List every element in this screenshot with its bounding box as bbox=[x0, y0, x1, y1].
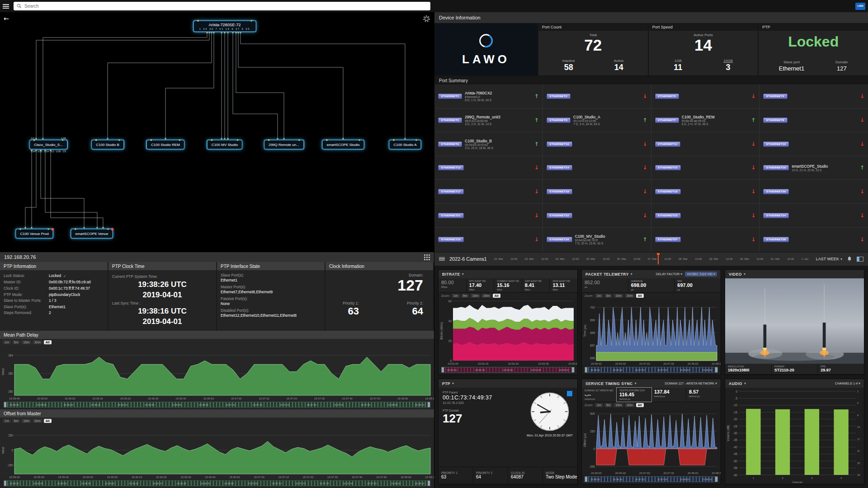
port-badge[interactable]: ETHERNET6 bbox=[547, 117, 571, 123]
topology-node[interactable]: C100 Studio REM bbox=[146, 140, 184, 150]
topology-node[interactable]: C100 Venue Prod bbox=[15, 229, 53, 239]
port-badge[interactable]: ETHERNET5 bbox=[438, 117, 462, 123]
search-bar[interactable] bbox=[14, 2, 430, 10]
channels-dropdown[interactable]: CHANNELS 1-4 ▾ bbox=[835, 381, 860, 385]
port-badge[interactable]: ETHERNET15 bbox=[655, 165, 681, 170]
nav-handle[interactable] bbox=[442, 367, 444, 372]
topology-node[interactable]: Cisco_Studio_S...1/21/481/341/331/241/11… bbox=[29, 140, 67, 150]
port-badge[interactable]: ETHERNET24 bbox=[763, 213, 789, 218]
port-badge[interactable]: ETHERNET12 bbox=[763, 141, 789, 147]
back-button[interactable]: ← bbox=[4, 15, 9, 22]
topology-node[interactable]: C100 Studio B bbox=[91, 140, 124, 150]
zoom-chip-all[interactable]: All bbox=[44, 340, 52, 344]
zoom-chip-5m[interactable]: 5m bbox=[12, 419, 20, 423]
settings-gear-icon[interactable] bbox=[423, 15, 430, 23]
search-input[interactable] bbox=[24, 4, 427, 9]
port-badge[interactable]: ETHERNET23 bbox=[655, 213, 681, 218]
nav-handle[interactable] bbox=[585, 477, 587, 482]
menu-icon[interactable] bbox=[3, 3, 10, 9]
zoom-chip-30m[interactable]: 30m bbox=[625, 294, 635, 298]
port-badge[interactable]: ETHERNET21 bbox=[438, 213, 464, 218]
port-badge[interactable]: ETHERNET25 bbox=[438, 237, 464, 242]
port-badge[interactable]: ETHERNET11 bbox=[655, 141, 681, 147]
offset-from-master-navigator[interactable]: 15:35:2015:35:3015:35:4015:35:5015:36:00… bbox=[4, 480, 430, 486]
port-badge[interactable]: ETHERNET27 bbox=[655, 237, 681, 242]
nav-handle[interactable] bbox=[4, 481, 6, 486]
zoom-chip-all[interactable]: All bbox=[636, 403, 644, 407]
zoom-chip-15m[interactable]: 15m bbox=[613, 403, 623, 407]
packet-navigator[interactable]: 20:46:0020:46:3020:47:0020:47:3020:48:00… bbox=[585, 367, 718, 373]
topology-node[interactable]: smartSCOPE Venue bbox=[71, 229, 113, 239]
source-dropdown[interactable]: VICSEC 2110 VID ▾ bbox=[685, 272, 717, 277]
zoom-chip-1m[interactable]: 1m bbox=[3, 419, 11, 423]
topology-node[interactable]: 299Q Remote un... bbox=[264, 140, 304, 150]
port-badge[interactable]: ETHERNET13 bbox=[438, 165, 464, 170]
nav-handle[interactable] bbox=[585, 367, 587, 372]
topology-node[interactable]: C100 MV Studio bbox=[207, 140, 242, 150]
zoom-chip-15m[interactable]: 15m bbox=[470, 294, 480, 298]
service-timing-title[interactable]: SERVICE TIMING SYNC bbox=[585, 381, 633, 386]
zoom-chip-15m[interactable]: 15m bbox=[21, 419, 31, 423]
nav-handle[interactable] bbox=[715, 367, 717, 372]
service-navigator[interactable]: 20:46:0020:46:3020:47:0020:47:3020:48:00… bbox=[585, 476, 718, 482]
topology-node[interactable]: smartSCOPE Studio bbox=[322, 140, 364, 150]
port-badge[interactable]: ETHERNET10 bbox=[547, 141, 572, 147]
video-preview[interactable] bbox=[725, 278, 864, 364]
port-badge[interactable]: ETHERNET3 bbox=[655, 94, 679, 99]
zoom-chip-all[interactable]: All bbox=[493, 294, 500, 298]
zoom-chip-all[interactable]: All bbox=[636, 294, 644, 298]
port-badge[interactable]: ETHERNET7 bbox=[655, 117, 679, 123]
mean-path-delay-navigator[interactable]: 15:35:4015:35:5015:36:0015:36:1015:36:20… bbox=[4, 402, 430, 408]
apps-grid-icon[interactable] bbox=[424, 254, 430, 260]
port-badge[interactable]: ETHERNET22 bbox=[547, 213, 572, 218]
port-badge[interactable]: ETHERNET8 bbox=[763, 117, 787, 123]
zoom-chip-5m[interactable]: 5m bbox=[604, 403, 613, 407]
zoom-chip-5m[interactable]: 5m bbox=[12, 340, 20, 344]
zoom-chip-1m[interactable]: 1m bbox=[595, 294, 603, 298]
port-badge[interactable]: ETHERNET14 bbox=[547, 165, 572, 170]
nav-handle[interactable] bbox=[428, 402, 430, 407]
packet-telemetry-title[interactable]: PACKET TELEMETRY bbox=[585, 272, 629, 277]
audio-title[interactable]: AUDIO bbox=[729, 381, 742, 386]
port-badge[interactable]: ETHERNET9 bbox=[438, 141, 462, 147]
zoom-chip-1m[interactable]: 1m bbox=[452, 294, 460, 298]
port-badge[interactable]: ETHERNET19 bbox=[655, 189, 681, 194]
bitrate-title[interactable]: BITRATE bbox=[442, 272, 460, 277]
zoom-chip-15m[interactable]: 15m bbox=[21, 340, 31, 344]
port-badge[interactable]: ETHERNET20 bbox=[763, 189, 789, 194]
nav-handle[interactable] bbox=[4, 402, 6, 407]
video-title[interactable]: VIDEO bbox=[729, 272, 742, 277]
port-badge[interactable]: ETHERNET2 bbox=[547, 94, 571, 99]
nav-handle[interactable] bbox=[572, 367, 574, 372]
zoom-chip-5m[interactable]: 5m bbox=[461, 294, 469, 298]
zoom-chip-30m[interactable]: 30m bbox=[481, 294, 491, 298]
port-badge[interactable]: ETHERNET26 bbox=[547, 237, 572, 242]
bitrate-navigator[interactable]: 20:52:0020:52:1520:52:3020:52:4520:53:00 bbox=[441, 367, 575, 373]
history-timeline[interactable]: 22. Mar12:0023. Mar12:0024. Mar12:0025. … bbox=[491, 252, 811, 266]
zoom-chip-all[interactable]: All bbox=[44, 419, 52, 423]
nav-handle[interactable] bbox=[428, 481, 430, 486]
domain-network-dropdown[interactable]: DOMAIN 127 - ARISTA NETWORK ▾ bbox=[665, 381, 717, 385]
list-icon[interactable] bbox=[439, 256, 445, 262]
port-badge[interactable]: ETHERNET1 bbox=[438, 94, 462, 99]
delay-factor-dropdown[interactable]: DELAY FACTOR ▾ bbox=[656, 272, 683, 276]
time-range-dropdown[interactable]: LAST WEEK▾ bbox=[816, 257, 842, 261]
zoom-chip-1m[interactable]: 1m bbox=[595, 403, 603, 407]
notifications-bell-icon[interactable] bbox=[847, 256, 852, 262]
port-badge[interactable]: ETHERNET4 bbox=[763, 94, 787, 99]
zoom-chip-1m[interactable]: 1m bbox=[3, 340, 11, 344]
layout-panels-icon[interactable] bbox=[857, 257, 863, 262]
port-badge[interactable]: ETHERNET28 bbox=[763, 237, 789, 242]
port-badge[interactable]: ETHERNET17 bbox=[438, 189, 464, 194]
zoom-chip-30m[interactable]: 30m bbox=[33, 419, 42, 423]
port-badge[interactable]: ETHERNET16 bbox=[763, 165, 789, 170]
port-badge[interactable]: ETHERNET18 bbox=[547, 189, 572, 194]
topology-node[interactable]: C100 Studio A bbox=[389, 140, 421, 150]
nav-handle[interactable] bbox=[715, 477, 717, 482]
10gb-link[interactable]: 10GB bbox=[723, 59, 732, 63]
zoom-chip-30m[interactable]: 30m bbox=[625, 403, 635, 407]
topology-node[interactable]: Arista-7280SE-721 33 36 7 41 15 6 37 5 3… bbox=[193, 21, 256, 32]
zoom-chip-5m[interactable]: 5m bbox=[604, 294, 613, 298]
zoom-chip-30m[interactable]: 30m bbox=[33, 340, 42, 344]
zoom-chip-15m[interactable]: 15m bbox=[613, 294, 623, 298]
